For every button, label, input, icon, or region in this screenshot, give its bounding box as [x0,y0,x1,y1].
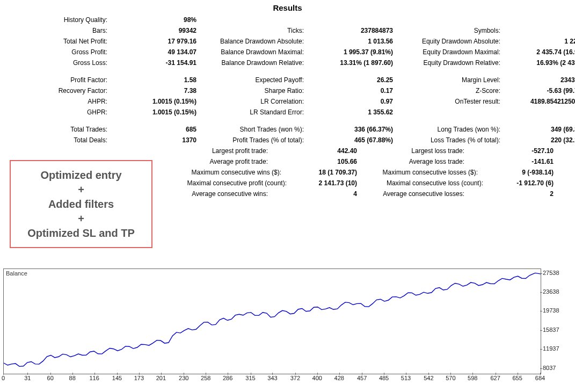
annotation-line: Optimized SL and TP [11,226,151,241]
y-tick-label: 23638 [543,288,559,295]
stat-label: Symbols: [404,27,504,34]
stat-value: 2 435.74 (16.93%) [504,48,575,56]
stat-label: Margin Level: [404,76,504,84]
x-tick-label: 372 [290,375,300,381]
stat-value: 1 227.65 [504,38,575,45]
stat-label: Profit Factor: [11,76,111,84]
annotation-line: + [11,212,151,226]
stat-value: 1 013.56 [307,38,404,45]
stat-label: OnTester result: [404,98,504,105]
stat-value: 237884873 [307,27,404,34]
stat-label: GHPR: [11,108,111,116]
stat-value: 465 (67.88%) [307,136,404,144]
x-tick-label: 60 [47,375,54,381]
stat-label: Ticks: [207,27,307,34]
stat-value: 7.38 [111,87,207,95]
stat-value: 1 995.37 (9.81%) [307,48,404,56]
stat-label: Maximal consecutive profit (count): [171,179,290,187]
stat-label: Balance Drawdown Maximal: [207,48,307,56]
stat-label: Gross Loss: [11,59,111,67]
stat-value: -31 154.91 [111,59,207,67]
stat-label: LR Correlation: [207,98,307,105]
x-tick-label: 428 [334,375,344,381]
stat-value: 13.31% (1 897.60) [307,59,404,67]
x-tick-label: 457 [357,375,367,381]
stat-label: Average loss trade: [368,158,468,165]
stat-value: 349 (69.34%) [504,126,575,133]
stat-value: 442.40 [271,147,368,155]
y-tick-label: 8037 [543,365,556,371]
stat-label: Equity Drawdown Relative: [404,59,504,67]
x-tick-label: 598 [468,375,477,381]
x-tick-label: 627 [490,375,500,381]
x-tick-label: 570 [446,375,455,381]
stat-label: AHPR: [11,98,111,105]
stat-value: 0.17 [307,87,404,95]
stat-value: 1.58 [111,76,207,84]
y-tick-label: 27538 [543,270,559,276]
stat-label: Total Deals: [11,136,111,144]
x-tick-label: 116 [89,375,99,381]
x-tick-label: 655 [512,375,522,381]
stat-value: 18 (1 709.37) [285,169,368,176]
stat-label: History Quality: [11,16,111,24]
annotation-line: Added filters [11,197,151,212]
stat-value: 2343.21% [504,76,575,84]
x-tick-label: 286 [223,375,232,381]
stat-value: 4189.854212501941 [504,98,575,105]
stat-value: 0.97 [307,98,404,105]
stat-label: Total Net Profit: [11,38,111,45]
stat-label: Average consecutive losses: [368,190,468,198]
stat-value: -141.61 [468,158,564,165]
stat-label: Short Trades (won %): [207,126,307,133]
stat-label: LR Standard Error: [207,108,307,116]
x-tick-label: 173 [134,375,144,381]
stat-label: Z-Score: [404,87,504,95]
stat-label: Balance Drawdown Absolute: [207,38,307,45]
stat-value: 2 [468,190,564,198]
stat-value: 17 979.16 [111,38,207,45]
x-tick-label: 88 [69,375,76,381]
x-tick-label: 542 [424,375,433,381]
x-tick-label: 258 [201,375,210,381]
stat-label: Average profit trade: [171,158,271,165]
stat-label: Recovery Factor: [11,87,111,95]
stat-label: Bars: [11,27,111,34]
stat-value: -1 912.70 (6) [486,179,564,187]
stat-value: 105.66 [271,158,368,165]
stat-value: 1 [504,27,575,34]
x-tick-label: 343 [267,375,277,381]
x-tick-label: 485 [379,375,389,381]
y-tick-label: 15837 [543,326,559,333]
x-tick-label: 513 [401,375,411,381]
x-tick-label: 145 [112,375,122,381]
stat-label: Equity Drawdown Maximal: [404,48,504,56]
stat-value: -5.63 (99.74%) [504,87,575,95]
stat-label: Average consecutive wins: [171,190,271,198]
annotation-line: Optimized entry [11,168,151,183]
stat-label: Largest profit trade: [171,147,271,155]
chart-plot-area: Balance [3,268,541,374]
stat-value: 336 (66.37%) [307,126,404,133]
stat-value: 99342 [111,27,207,34]
stat-value: 1.0015 (0.15%) [111,108,207,116]
stat-label: Equity Drawdown Absolute: [404,38,504,45]
stat-label: Profit Trades (% of total): [207,136,307,144]
stat-label: Long Trades (won %): [404,126,504,133]
stat-value: 16.93% (2 435.74) [504,59,575,67]
x-tick-label: 230 [179,375,188,381]
stat-value: 1.0015 (0.15%) [111,98,207,105]
stat-label: Total Trades: [11,126,111,133]
stat-label: Sharpe Ratio: [207,87,307,95]
stat-label: Largest loss trade: [368,147,468,155]
stat-value: 9 (-938.14) [481,169,564,176]
balance-chart: Balance 80371193715837197382363827538 03… [3,268,571,388]
annotation-box: Optimized entry + Added filters + Optimi… [10,160,152,248]
x-tick-label: 315 [245,375,255,381]
stat-value: 2 141.73 (10) [290,179,368,187]
x-tick-label: 31 [24,375,31,381]
stat-label: Gross Profit: [11,48,111,56]
stat-value: 1 355.62 [307,108,404,116]
stat-value: 98% [111,16,207,24]
stat-label: Loss Trades (% of total): [404,136,504,144]
